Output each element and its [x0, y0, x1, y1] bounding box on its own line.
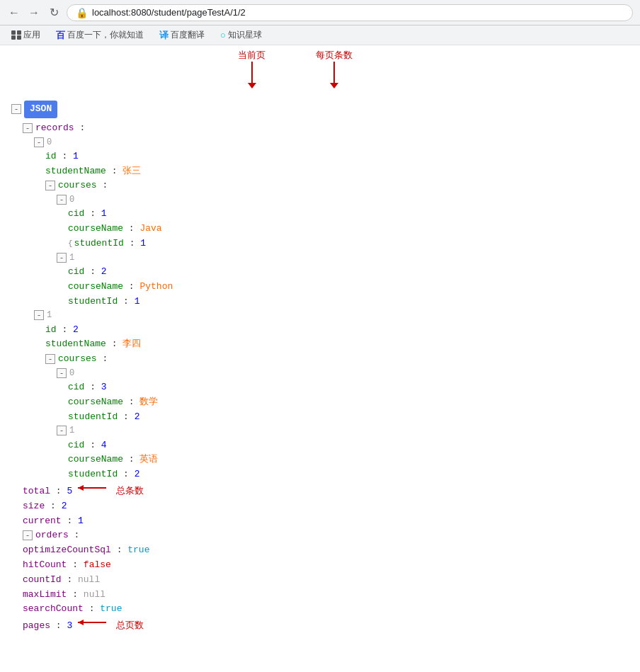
courses-1-0-line: - 0	[11, 367, 629, 380]
searchcount-val: true	[100, 602, 122, 617]
courses-0-0-line: - 0	[11, 193, 629, 207]
countid-val: null	[78, 573, 100, 588]
pages-arrow	[78, 617, 113, 628]
svg-marker-1	[78, 485, 84, 491]
courses-key-0: courses	[58, 178, 97, 193]
coursename-val-0-1: Python	[139, 280, 173, 295]
courses-1-toggle[interactable]: -	[45, 354, 55, 364]
records-toggle[interactable]: -	[23, 123, 33, 133]
root-toggle[interactable]: -	[11, 104, 21, 114]
total-val: 5	[67, 484, 72, 499]
studentid-val-0-0: 1	[140, 237, 146, 251]
optimizecountsql-line: optimizeCountSql : true	[11, 543, 629, 558]
hitcount-line: hitCount : false	[11, 558, 629, 573]
current-key: current	[23, 514, 62, 529]
id-0-line: id : 1	[11, 149, 629, 164]
coursename-key-1-0: courseName	[68, 395, 123, 410]
pages-line: pages : 3 总页数	[11, 617, 629, 634]
courses-0-toggle[interactable]: -	[45, 181, 55, 190]
studentname-1-line: studentName : 李四	[11, 337, 629, 352]
courses-1-0-toggle[interactable]: -	[57, 368, 67, 378]
cid-key-0-0: cid	[68, 207, 84, 222]
courses-0-0-index: 0	[69, 193, 74, 207]
cid-1-1-line: cid : 4	[11, 438, 629, 453]
current-val: 1	[78, 514, 84, 529]
orders-line: - orders :	[11, 528, 629, 543]
coursename-0-1-line: courseName : Python	[11, 280, 629, 295]
cid-0-0-line: cid : 1	[11, 207, 629, 222]
courses-1-1-index: 1	[69, 424, 74, 438]
records-1-toggle[interactable]: -	[34, 310, 44, 320]
bookmark-baidu[interactable]: 百 百度一下，你就知道	[52, 28, 148, 43]
courses-1-0-index: 0	[69, 367, 74, 380]
courses-1-1-toggle[interactable]: -	[57, 426, 67, 435]
studentname-val-0: 张三	[122, 164, 141, 179]
json-badge: JSON	[24, 101, 57, 118]
id-key-1: id	[45, 323, 57, 338]
lock-icon: 🔒	[76, 7, 88, 18]
cid-key-0-1: cid	[68, 265, 84, 280]
countid-key: countId	[23, 573, 62, 588]
studentname-key-1: studentName	[45, 337, 106, 352]
back-button[interactable]: ←	[7, 6, 21, 20]
total-key: total	[23, 484, 50, 499]
refresh-button[interactable]: ↻	[47, 6, 61, 20]
id-val-1: 2	[73, 323, 79, 338]
json-viewer: - JSON - records : - 0 id : 1 studentNam…	[11, 101, 629, 634]
searchcount-line: searchCount : true	[11, 602, 629, 617]
optimizecountsql-val: true	[127, 543, 149, 558]
size-key: size	[23, 499, 45, 514]
countid-line: countId : null	[11, 573, 629, 588]
bookmarks-bar: 应用 百 百度一下，你就知道 译 百度翻译 ○ 知识星球	[0, 25, 640, 45]
zhi-icon: ○	[220, 30, 226, 40]
courses-0-0-toggle[interactable]: -	[57, 195, 67, 205]
courses-1-1-line: - 1	[11, 424, 629, 438]
studentid-key-1-1: studentId	[68, 467, 118, 482]
maxlimit-line: maxLimit : null	[11, 588, 629, 603]
total-line: total : 5 总条数	[11, 482, 629, 499]
cid-key-1-1: cid	[68, 438, 84, 453]
coursename-1-1-line: courseName : 英语	[11, 452, 629, 467]
address-bar[interactable]: 🔒 localhost:8080/student/pageTestA/1/2	[67, 4, 633, 21]
hitcount-val: false	[84, 558, 111, 573]
bookmark-apps[interactable]: 应用	[7, 28, 45, 42]
bookmark-fanyi[interactable]: 译 百度翻译	[155, 28, 209, 43]
records-key: records	[35, 121, 74, 136]
maxlimit-key: maxLimit	[23, 588, 67, 603]
orders-key: orders	[35, 528, 69, 543]
studentid-0-0-line: { studentId : 1	[11, 237, 629, 251]
studentname-0-line: studentName : 张三	[11, 164, 629, 179]
records-0-line: - 0	[11, 136, 629, 149]
optimizecountsql-key: optimizeCountSql	[23, 543, 111, 558]
coursename-val-0-0: Java	[139, 222, 161, 237]
maxlimit-val: null	[84, 588, 105, 603]
courses-0-1-toggle[interactable]: -	[57, 253, 67, 263]
pages-annotation: 总页数	[116, 619, 144, 634]
coursename-key-1-1: courseName	[68, 452, 123, 467]
searchcount-key: searchCount	[23, 602, 84, 617]
studentid-key-1-0: studentId	[68, 410, 118, 425]
courses-1-line: - courses :	[11, 352, 629, 367]
courses-0-1-line: - 1	[11, 251, 629, 265]
forward-button[interactable]: →	[27, 6, 41, 20]
records-0-toggle[interactable]: -	[34, 137, 44, 147]
cid-key-1-0: cid	[68, 380, 84, 395]
size-line: size : 2	[11, 499, 629, 514]
id-key-0: id	[45, 149, 57, 164]
main-content: 当前页 每页条数 - JSON - records :	[0, 45, 640, 641]
hitcount-key: hitCount	[23, 558, 67, 573]
records-1-index: 1	[47, 309, 52, 322]
bookmark-zhi[interactable]: ○ 知识星球	[216, 28, 266, 42]
records-0-index: 0	[47, 136, 52, 149]
cid-0-1-line: cid : 2	[11, 265, 629, 280]
studentid-val-1-1: 2	[135, 467, 140, 482]
orders-toggle[interactable]: -	[23, 530, 33, 540]
json-root-line: - JSON	[11, 101, 629, 121]
coursename-key-0-0: courseName	[68, 222, 123, 237]
url-text: localhost:8080/student/pageTestA/1/2	[92, 7, 246, 18]
browser-chrome: ← → ↻ 🔒 localhost:8080/student/pageTestA…	[0, 0, 640, 25]
pages-key: pages	[23, 619, 50, 634]
coursename-key-0-1: courseName	[68, 280, 123, 295]
courses-0-1-index: 1	[69, 251, 74, 265]
id-val-0: 1	[73, 149, 79, 164]
